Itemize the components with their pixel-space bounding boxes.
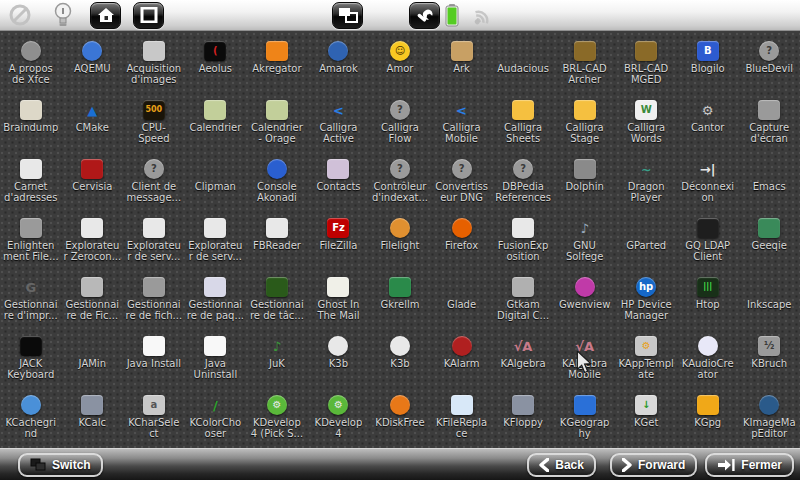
home-button[interactable] [90,2,121,29]
app-item[interactable]: K3b [369,330,431,389]
app-item[interactable]: FBReader [246,212,308,271]
app-item[interactable]: GQ LDAP Client [677,212,739,271]
app-item[interactable]: Contacts [308,153,370,212]
app-item[interactable]: Glade [431,271,493,330]
app-item[interactable]: KFileRepla ce [431,389,493,448]
app-item[interactable]: KAlarm [431,330,493,389]
app-item[interactable]: Carnet d'adresses [0,153,62,212]
app-item[interactable]: ☺Amor [369,35,431,94]
app-item[interactable]: ◆Inkscape [738,271,800,330]
app-item[interactable]: ♪GNU Solfege [554,212,616,271]
app-item[interactable]: aKCharSele ct [123,389,185,448]
app-item[interactable]: Geeqie [738,212,800,271]
app-item[interactable]: Gkrellm [369,271,431,330]
app-item[interactable]: GParted [615,212,677,271]
app-item[interactable]: FusionExp osition [492,212,554,271]
app-item[interactable]: BRL-CAD MGED [615,35,677,94]
app-item[interactable]: BRL-CAD Archer [554,35,616,94]
app-item[interactable]: |||Htop [677,271,739,330]
app-item[interactable]: KCachegri nd [0,389,62,448]
app-item[interactable]: √AKAlgebra Mobile [554,330,616,389]
app-item[interactable]: Java Uninstall [185,330,247,389]
app-item[interactable]: ♪JuK [246,330,308,389]
app-item[interactable]: Ark [431,35,493,94]
app-item[interactable]: FzFileZilla [308,212,370,271]
close-button[interactable]: Fermer [705,453,794,477]
app-item[interactable]: Clipman [185,153,247,212]
app-item[interactable]: Gestionnai re de paq... [185,271,247,330]
forward-button[interactable]: Forward [610,453,697,477]
app-item[interactable]: Gestionnai re de fich... [123,271,185,330]
app-item[interactable]: Explorateu r Zerocon... [62,212,124,271]
app-item[interactable]: /KColorCho oser [185,389,247,448]
app-item[interactable]: AQEMU [62,35,124,94]
app-item[interactable]: Capture d'écran [738,94,800,153]
app-item[interactable]: A propos de Xfce [0,35,62,94]
app-item[interactable]: WCalligra Words [615,94,677,153]
app-item[interactable]: Acquisition d'images [123,35,185,94]
app-item[interactable]: Akregator [246,35,308,94]
app-item[interactable]: Emacs [738,153,800,212]
app-item[interactable]: Gestionnai re de tâc... [246,271,308,330]
app-item[interactable]: GGestionnai re d'impr... [0,271,62,330]
app-item[interactable]: Audacious [492,35,554,94]
app-item[interactable]: ?Client de message... [123,153,185,212]
app-item[interactable]: Cervisia [62,153,124,212]
app-item[interactable]: KGpg [677,389,739,448]
app-item[interactable]: Explorateu r de serv... [185,212,247,271]
app-item[interactable]: KGeograp hy [554,389,616,448]
app-item[interactable]: Calligra Stage [554,94,616,153]
app-item[interactable]: JAMin [62,330,124,389]
app-item[interactable]: K3b [308,330,370,389]
app-item[interactable]: Gwenview [554,271,616,330]
wrench-button[interactable] [409,2,440,29]
app-item[interactable]: ?Convertiss eur DNG [431,153,493,212]
app-item[interactable]: ?Contrôleur d'indexat... [369,153,431,212]
app-item[interactable]: Braindump [0,94,62,153]
app-item[interactable]: ⚙Cantor [677,94,739,153]
app-item[interactable]: KFloppy [492,389,554,448]
app-item[interactable]: ½KBruch [738,330,800,389]
app-item[interactable]: Filelight [369,212,431,271]
app-item[interactable]: ⚙KAppTempl ate [615,330,677,389]
app-item[interactable]: Ghost In The Mail [308,271,370,330]
app-item[interactable]: Console Akonadi [246,153,308,212]
app-item[interactable]: Gestionnai re de Fic... [62,271,124,330]
app-item[interactable]: KDiskFree [369,389,431,448]
app-item[interactable]: <Calligra Mobile [431,94,493,153]
app-item[interactable]: KAudioCre ator [677,330,739,389]
app-item[interactable]: ⚙KDevelop 4 (Pick S... [246,389,308,448]
app-item[interactable]: Calendrier [185,94,247,153]
app-item[interactable]: Amarok [308,35,370,94]
app-item[interactable]: Firefox [431,212,493,271]
app-item[interactable]: √AKAlgebra [492,330,554,389]
app-item[interactable]: ?DBPedia References [492,153,554,212]
app-item[interactable]: KCalc [62,389,124,448]
window-button[interactable] [133,2,164,29]
app-item[interactable]: Explorateu r de serv... [123,212,185,271]
app-item[interactable]: Enlighten ment File... [0,212,62,271]
app-item[interactable]: Dolphin [554,153,616,212]
windows-stack-button[interactable] [332,2,363,29]
app-item[interactable]: Calendrier - Orage [246,94,308,153]
switch-button[interactable]: Switch [18,453,103,477]
app-item[interactable]: hpHP Device Manager [615,271,677,330]
app-item[interactable]: ↓KGet [615,389,677,448]
app-item[interactable]: BBlogilo [677,35,739,94]
app-item[interactable]: ▲CMake [62,94,124,153]
app-item[interactable]: ?BlueDevil [738,35,800,94]
back-button[interactable]: Back [527,453,596,477]
app-item[interactable]: →|Déconnexi on [677,153,739,212]
app-item[interactable]: KImageMa pEditor [738,389,800,448]
app-item[interactable]: Calligra Sheets [492,94,554,153]
app-item[interactable]: ⚙KDevelop 4 [308,389,370,448]
app-item[interactable]: ?Calligra Flow [369,94,431,153]
app-item[interactable]: ~Dragon Player [615,153,677,212]
app-item[interactable]: 500CPU- Speed [123,94,185,153]
lightbulb-icon[interactable] [52,2,74,28]
app-item[interactable]: (Aeolus [185,35,247,94]
app-item[interactable]: Java Install [123,330,185,389]
app-item[interactable]: <Calligra Active [308,94,370,153]
app-item[interactable]: JACK Keyboard [0,330,62,389]
app-item[interactable]: Gtkam Digital C... [492,271,554,330]
